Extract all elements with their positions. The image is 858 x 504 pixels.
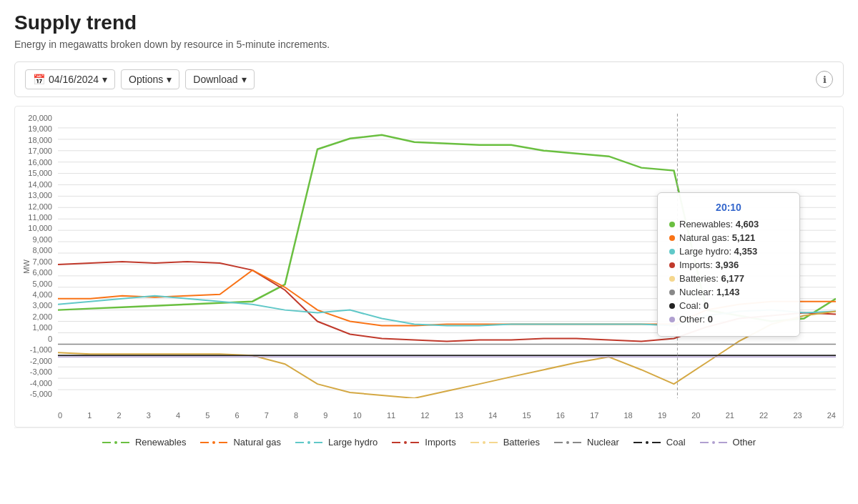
- legend-item[interactable]: Nuclear: [554, 437, 619, 448]
- x-axis-label: 18: [624, 411, 633, 420]
- x-axis-label: 14: [488, 411, 497, 420]
- tooltip-dot: [669, 235, 675, 241]
- legend-line-segment: [314, 442, 322, 443]
- y-axis-label: 16,000: [28, 158, 52, 167]
- x-axis-label: 8: [294, 411, 298, 420]
- legend-label: Natural gas: [233, 437, 280, 448]
- tooltip-time: 20:10: [669, 202, 788, 213]
- y-axis-label: 11,000: [28, 213, 52, 222]
- tooltip-row-text: Renewables: 4,603: [679, 219, 759, 229]
- x-axis-label: 16: [556, 411, 565, 420]
- legend-item[interactable]: Renewables: [102, 437, 187, 448]
- y-axis-label: 5,000: [32, 280, 52, 288]
- legend-line-segment: [554, 442, 563, 443]
- legend-line-segment: [392, 442, 400, 443]
- options-button[interactable]: Options ▾: [121, 69, 179, 89]
- x-axis-label: 9: [323, 411, 327, 420]
- x-axis-label: 4: [176, 411, 180, 420]
- tooltip-row: Renewables: 4,603: [669, 219, 788, 229]
- legend-label: Batteries: [503, 437, 540, 448]
- download-button[interactable]: Download ▾: [185, 69, 254, 89]
- chevron-down-icon: ▾: [102, 74, 107, 85]
- x-axis-label: 1: [87, 411, 92, 420]
- x-axis-label: 0: [58, 411, 62, 420]
- calendar-icon: 📅: [33, 74, 45, 85]
- legend-line-segment: [573, 442, 581, 443]
- tooltip-row-text: Batteries: 6,177: [679, 273, 744, 284]
- date-label: 04/16/2024: [49, 74, 99, 85]
- y-axis-label: 10,000: [28, 224, 52, 232]
- legend-line-segment: [700, 442, 709, 443]
- x-axis-label: 13: [455, 411, 463, 420]
- x-axis-label: 23: [793, 411, 802, 420]
- x-axis-label: 11: [387, 411, 395, 420]
- legend-dot: [306, 440, 312, 445]
- legend-line-segment: [219, 442, 227, 443]
- tooltip-dot: [669, 290, 675, 295]
- x-axis-label: 24: [827, 411, 836, 420]
- legend-line-segment: [121, 442, 129, 443]
- y-axis: 20,00019,00018,00017,00016,00015,00014,0…: [15, 114, 58, 398]
- tooltip-row-text: Natural gas: 5,121: [679, 232, 755, 243]
- legend-item[interactable]: Coal: [633, 437, 686, 448]
- legend-dot: [644, 440, 650, 445]
- info-button[interactable]: ℹ: [816, 71, 833, 88]
- legend-item[interactable]: Batteries: [470, 437, 540, 448]
- tooltip-row: Other: 0: [669, 314, 788, 325]
- y-axis-label: 1,000: [32, 323, 52, 332]
- y-axis-label: 19,000: [28, 124, 52, 133]
- tooltip-row-text: Large hydro: 4,353: [679, 246, 757, 257]
- y-axis-label: 0: [48, 335, 52, 343]
- y-axis-label: 7,000: [32, 257, 52, 266]
- y-axis-label: 18,000: [28, 136, 52, 144]
- y-axis-label: 17,000: [28, 147, 52, 155]
- x-axis-label: 5: [205, 411, 209, 420]
- tooltip-row: Nuclear: 1,143: [669, 287, 788, 297]
- x-axis-label: 21: [726, 411, 734, 420]
- legend-line-segment: [719, 442, 727, 443]
- tooltip-row-text: Other: 0: [679, 314, 713, 325]
- x-axis-label: 2: [117, 411, 122, 420]
- y-axis-label: 20,000: [28, 114, 52, 122]
- legend-dot: [565, 440, 571, 445]
- y-axis-label: 4,000: [32, 290, 52, 299]
- y-axis-label: 8,000: [32, 246, 52, 255]
- y-axis-label: 15,000: [28, 169, 52, 177]
- page-container: Supply trend Energy in megawatts broken …: [0, 0, 858, 468]
- chevron-down-icon: ▾: [242, 74, 247, 85]
- date-picker-button[interactable]: 📅 04/16/2024 ▾: [25, 69, 115, 89]
- x-axis-label: 20: [691, 411, 700, 420]
- tooltip-row-text: Nuclear: 1,143: [679, 287, 740, 297]
- x-axis-label: 3: [147, 411, 151, 420]
- x-axis: 0123456789101112131415161718192021222324: [58, 411, 836, 420]
- y-axis-label: 14,000: [28, 180, 52, 189]
- legend-line-segment: [489, 442, 498, 443]
- legend-line-segment: [295, 442, 304, 443]
- options-label: Options: [129, 74, 163, 85]
- tooltip-dot: [669, 303, 675, 309]
- legend-dot: [711, 440, 716, 445]
- legend-item[interactable]: Large hydro: [295, 437, 378, 448]
- legend-item[interactable]: Imports: [392, 437, 455, 448]
- x-axis-label: 19: [658, 411, 666, 420]
- tooltip-row: Natural gas: 5,121: [669, 232, 788, 243]
- legend-line-segment: [102, 442, 111, 443]
- legend-dot: [403, 440, 408, 445]
- tooltip-row-text: Imports: 3,936: [679, 260, 739, 270]
- subtitle: Energy in megawatts broken down by resou…: [14, 39, 844, 50]
- legend-line-segment: [652, 442, 661, 443]
- page-title: Supply trend: [14, 11, 844, 34]
- legend-dot: [113, 440, 119, 445]
- y-axis-label: -4,000: [30, 379, 52, 387]
- tooltip-dot: [669, 276, 675, 282]
- legend-dot: [481, 440, 487, 445]
- legend-item[interactable]: Natural gas: [200, 437, 280, 448]
- y-axis-label: 6,000: [32, 268, 52, 277]
- tooltip-dot: [669, 317, 675, 322]
- legend-item[interactable]: Other: [700, 437, 756, 448]
- x-axis-label: 10: [353, 411, 362, 420]
- legend-label: Other: [733, 437, 756, 448]
- legend-label: Renewables: [135, 437, 187, 448]
- x-axis-label: 17: [590, 411, 598, 420]
- x-axis-label: 6: [235, 411, 240, 420]
